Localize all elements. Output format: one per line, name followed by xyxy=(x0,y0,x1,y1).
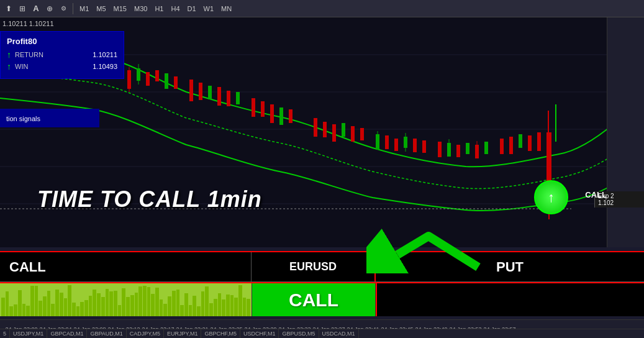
svg-rect-28 xyxy=(323,122,327,137)
info-row-win: ↑ WIN 1.10493 xyxy=(7,62,117,71)
svg-rect-27 xyxy=(314,118,317,137)
tf-m5[interactable]: M5 xyxy=(93,4,109,14)
svg-rect-42 xyxy=(438,142,442,157)
svg-rect-12 xyxy=(146,72,150,86)
return-arrow-icon: ↑ xyxy=(7,50,11,60)
signal-circle: ↑ xyxy=(534,180,568,214)
svg-rect-54 xyxy=(537,132,541,151)
pair-tabs-row: 5USDJPY,M1GBPCAD,M1GBPAUD,M1CADJPY,M5EUR… xyxy=(0,329,644,338)
bottom-panels: CALL EURUSD PUT CALL xyxy=(0,251,644,319)
svg-rect-46 xyxy=(466,143,469,154)
call-panel: CALL xyxy=(0,252,252,281)
separator-1 xyxy=(73,3,73,14)
tf-mn[interactable]: MN xyxy=(218,4,235,14)
svg-rect-29 xyxy=(332,124,336,142)
call-panel-text: CALL xyxy=(9,259,46,275)
pair-tab-1[interactable]: USDJPY,M1 xyxy=(10,329,47,338)
tf-m15[interactable]: M15 xyxy=(111,4,130,14)
svg-rect-21 xyxy=(236,92,240,104)
price-label: 1.10211 1.10211 xyxy=(0,19,57,29)
histogram-bars xyxy=(0,283,252,316)
pair-tab-6[interactable]: GBPCHF,M5 xyxy=(201,329,240,338)
tf-h4[interactable]: H4 xyxy=(168,4,183,14)
pair-panel: EURUSD xyxy=(252,252,376,281)
return-label: RETURN xyxy=(15,51,89,58)
svg-rect-19 xyxy=(217,87,221,106)
settings-icon[interactable]: ⚙ xyxy=(57,2,70,15)
tf-m1[interactable]: M1 xyxy=(76,4,92,14)
y-axis xyxy=(607,17,644,247)
exp-price: 1.102 xyxy=(598,199,641,206)
put-text: PUT xyxy=(496,259,524,275)
svg-rect-52 xyxy=(519,134,522,148)
pair-tab-8[interactable]: GBPUSD,M5 xyxy=(279,329,319,338)
call-button-text: CALL xyxy=(289,290,338,311)
svg-rect-41 xyxy=(422,140,426,153)
pair-tab-3[interactable]: GBPAUD,M1 xyxy=(87,329,126,338)
pair-text: EURUSD xyxy=(289,260,337,273)
svg-rect-50 xyxy=(500,139,504,154)
svg-rect-23 xyxy=(261,101,265,117)
win-label: WIN xyxy=(15,63,89,70)
pair-tab-7[interactable]: USDCHF,M1 xyxy=(240,329,279,338)
svg-rect-53 xyxy=(528,135,532,151)
toolbar: ⬆ ⊞ A ⊕ ⚙ M1 M5 M15 M30 H1 H4 D1 W1 MN xyxy=(0,0,644,17)
measure-icon[interactable]: ⊕ xyxy=(43,2,56,15)
left-indicator xyxy=(0,283,252,316)
text-icon[interactable]: A xyxy=(30,2,42,15)
svg-rect-17 xyxy=(199,83,202,100)
grid-icon[interactable]: ⊞ xyxy=(16,2,29,15)
tf-w1[interactable]: W1 xyxy=(201,4,217,14)
call-label-chart: CALL xyxy=(585,190,607,199)
return-value: 1.10211 xyxy=(93,51,117,58)
circle-arrow-icon: ↑ xyxy=(548,190,555,206)
tf-h1[interactable]: H1 xyxy=(152,4,166,14)
signals-label: tion signals xyxy=(6,115,40,122)
svg-rect-15 xyxy=(174,76,178,89)
svg-rect-16 xyxy=(189,80,193,101)
tf-m30[interactable]: M30 xyxy=(131,4,150,14)
call-button[interactable]: CALL xyxy=(252,283,376,316)
green-arrow-icon xyxy=(366,199,491,273)
action-row: CALL xyxy=(0,282,644,316)
signals-box: tion signals xyxy=(0,109,99,127)
pair-tab-2[interactable]: GBPCAD,M1 xyxy=(47,329,87,338)
right-indicator xyxy=(376,283,644,316)
svg-rect-25 xyxy=(279,107,283,125)
pair-tab-0[interactable]: 5 xyxy=(0,329,10,338)
pair-tab-5[interactable]: EURJPY,M1 xyxy=(164,329,201,338)
pair-tab-4[interactable]: CADJPY,M5 xyxy=(127,329,164,338)
svg-rect-49 xyxy=(484,142,488,154)
svg-rect-40 xyxy=(413,139,417,152)
svg-rect-32 xyxy=(360,128,364,140)
info-row-return: ↑ RETURN 1.10211 xyxy=(7,50,117,60)
pair-tab-9[interactable]: USDCAD,M1 xyxy=(319,329,359,338)
info-box: Profit80 ↑ RETURN 1.10211 ↑ WIN 1.10493 xyxy=(0,31,124,79)
call-signal-text: TIME TO CALL 1min xyxy=(37,186,262,212)
tf-d1[interactable]: D1 xyxy=(184,4,199,14)
svg-rect-26 xyxy=(289,109,293,123)
svg-rect-30 xyxy=(342,123,345,137)
svg-rect-24 xyxy=(270,104,274,123)
svg-rect-35 xyxy=(385,135,389,149)
win-arrow-icon: ↑ xyxy=(7,62,11,71)
svg-rect-31 xyxy=(351,126,355,142)
svg-rect-20 xyxy=(227,91,230,106)
svg-rect-47 xyxy=(475,145,479,158)
cursor-icon[interactable]: ⬆ xyxy=(2,2,15,15)
svg-rect-51 xyxy=(509,137,513,154)
svg-rect-18 xyxy=(208,86,212,99)
time-row: 24 Jan 23:0024 Jan 23:0424 Jan 23:0824 J… xyxy=(0,319,644,338)
svg-rect-13 xyxy=(155,70,159,81)
svg-rect-22 xyxy=(252,98,255,117)
svg-rect-14 xyxy=(165,73,168,89)
info-box-title: Profit80 xyxy=(7,37,117,46)
svg-rect-36 xyxy=(394,139,398,151)
svg-rect-45 xyxy=(456,145,460,157)
signal-row: CALL EURUSD PUT xyxy=(0,251,644,282)
win-value: 1.10493 xyxy=(93,63,117,70)
